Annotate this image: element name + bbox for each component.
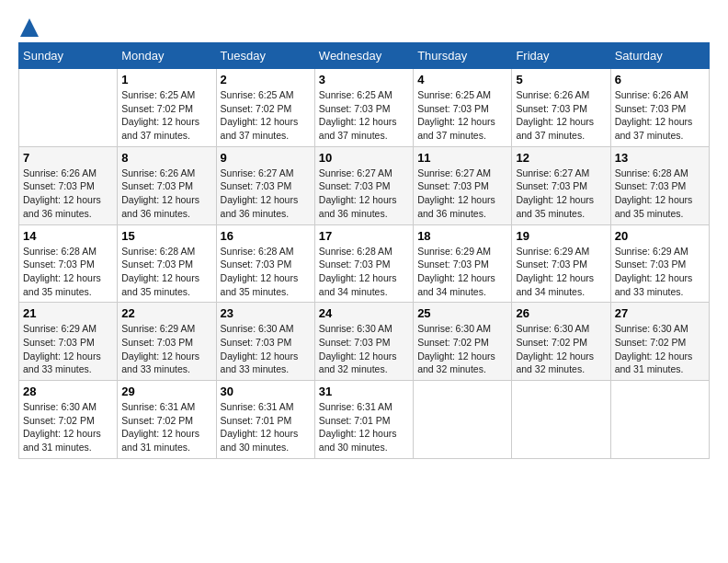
day-info: Sunrise: 6:25 AMSunset: 7:03 PMDaylight:…	[319, 88, 409, 143]
week-row-3: 14Sunrise: 6:28 AMSunset: 7:03 PMDayligh…	[19, 224, 710, 303]
day-info: Sunrise: 6:28 AMSunset: 7:03 PMDaylight:…	[221, 245, 311, 299]
calendar-cell: 9Sunrise: 6:27 AMSunset: 7:03 PMDaylight…	[216, 146, 314, 224]
day-info: Sunrise: 6:29 AMSunset: 7:03 PMDaylight:…	[121, 322, 211, 376]
day-number: 6	[615, 73, 705, 86]
logo-icon	[20, 18, 39, 37]
calendar-cell: 11Sunrise: 6:27 AMSunset: 7:03 PMDayligh…	[414, 146, 512, 224]
calendar-cell: 7Sunrise: 6:26 AMSunset: 7:03 PMDaylight…	[19, 146, 118, 224]
calendar-cell	[512, 381, 610, 459]
day-number: 4	[417, 73, 507, 86]
day-header-thursday: Thursday	[414, 43, 512, 69]
day-info: Sunrise: 6:30 AMSunset: 7:03 PMDaylight:…	[319, 322, 409, 376]
calendar-cell: 10Sunrise: 6:27 AMSunset: 7:03 PMDayligh…	[314, 146, 413, 224]
day-info: Sunrise: 6:27 AMSunset: 7:03 PMDaylight:…	[516, 167, 606, 221]
calendar-cell: 14Sunrise: 6:28 AMSunset: 7:03 PMDayligh…	[19, 224, 118, 303]
calendar-cell: 16Sunrise: 6:28 AMSunset: 7:03 PMDayligh…	[216, 224, 314, 303]
day-info: Sunrise: 6:30 AMSunset: 7:02 PMDaylight:…	[417, 322, 507, 376]
calendar-cell: 3Sunrise: 6:25 AMSunset: 7:03 PMDaylight…	[314, 69, 413, 147]
day-number: 8	[121, 151, 211, 165]
day-number: 27	[615, 306, 705, 320]
calendar-cell: 31Sunrise: 6:31 AMSunset: 7:01 PMDayligh…	[314, 381, 413, 459]
day-info: Sunrise: 6:29 AMSunset: 7:03 PMDaylight:…	[23, 322, 113, 376]
calendar-cell: 8Sunrise: 6:26 AMSunset: 7:03 PMDaylight…	[118, 146, 216, 224]
day-info: Sunrise: 6:26 AMSunset: 7:03 PMDaylight:…	[23, 167, 113, 221]
day-number: 28	[23, 385, 113, 398]
calendar-cell: 27Sunrise: 6:30 AMSunset: 7:02 PMDayligh…	[610, 303, 709, 381]
day-number: 19	[516, 229, 606, 243]
day-info: Sunrise: 6:31 AMSunset: 7:01 PMDaylight:…	[319, 400, 409, 454]
day-number: 2	[221, 73, 311, 86]
day-info: Sunrise: 6:26 AMSunset: 7:03 PMDaylight:…	[121, 167, 211, 221]
calendar-cell: 13Sunrise: 6:28 AMSunset: 7:03 PMDayligh…	[610, 146, 709, 224]
day-info: Sunrise: 6:25 AMSunset: 7:02 PMDaylight:…	[121, 88, 211, 143]
day-info: Sunrise: 6:30 AMSunset: 7:02 PMDaylight:…	[615, 322, 705, 376]
day-number: 12	[516, 151, 606, 165]
day-header-friday: Friday	[512, 43, 610, 69]
calendar-cell: 1Sunrise: 6:25 AMSunset: 7:02 PMDaylight…	[118, 69, 216, 147]
day-info: Sunrise: 6:27 AMSunset: 7:03 PMDaylight:…	[417, 167, 507, 221]
day-number: 29	[121, 385, 211, 398]
day-info: Sunrise: 6:25 AMSunset: 7:02 PMDaylight:…	[221, 88, 311, 143]
day-header-monday: Monday	[118, 43, 216, 69]
day-info: Sunrise: 6:30 AMSunset: 7:02 PMDaylight:…	[23, 400, 113, 454]
page-header	[18, 18, 710, 33]
header-row: SundayMondayTuesdayWednesdayThursdayFrid…	[19, 43, 710, 69]
day-number: 22	[121, 306, 211, 320]
day-number: 14	[23, 229, 113, 243]
day-number: 26	[516, 306, 606, 320]
day-info: Sunrise: 6:30 AMSunset: 7:02 PMDaylight:…	[516, 322, 606, 376]
calendar-cell: 23Sunrise: 6:30 AMSunset: 7:03 PMDayligh…	[216, 303, 314, 381]
calendar-cell: 15Sunrise: 6:28 AMSunset: 7:03 PMDayligh…	[118, 224, 216, 303]
calendar-table: SundayMondayTuesdayWednesdayThursdayFrid…	[18, 42, 710, 459]
calendar-cell: 18Sunrise: 6:29 AMSunset: 7:03 PMDayligh…	[414, 224, 512, 303]
calendar-cell: 24Sunrise: 6:30 AMSunset: 7:03 PMDayligh…	[314, 303, 413, 381]
calendar-cell	[414, 381, 512, 459]
week-row-5: 28Sunrise: 6:30 AMSunset: 7:02 PMDayligh…	[19, 381, 710, 459]
calendar-cell: 25Sunrise: 6:30 AMSunset: 7:02 PMDayligh…	[414, 303, 512, 381]
day-number: 1	[121, 73, 211, 86]
day-number: 15	[121, 229, 211, 243]
calendar-cell: 30Sunrise: 6:31 AMSunset: 7:01 PMDayligh…	[216, 381, 314, 459]
calendar-cell: 26Sunrise: 6:30 AMSunset: 7:02 PMDayligh…	[512, 303, 610, 381]
day-info: Sunrise: 6:29 AMSunset: 7:03 PMDaylight:…	[417, 245, 507, 299]
day-number: 23	[221, 306, 311, 320]
day-number: 5	[516, 73, 606, 86]
day-number: 7	[23, 151, 113, 165]
day-number: 20	[615, 229, 705, 243]
calendar-cell: 22Sunrise: 6:29 AMSunset: 7:03 PMDayligh…	[118, 303, 216, 381]
day-info: Sunrise: 6:27 AMSunset: 7:03 PMDaylight:…	[221, 167, 311, 221]
day-number: 13	[615, 151, 705, 165]
day-header-tuesday: Tuesday	[216, 43, 314, 69]
calendar-cell	[610, 381, 709, 459]
day-header-sunday: Sunday	[19, 43, 118, 69]
day-number: 21	[23, 306, 113, 320]
logo	[18, 18, 39, 33]
calendar-cell: 17Sunrise: 6:28 AMSunset: 7:03 PMDayligh…	[314, 224, 413, 303]
day-info: Sunrise: 6:28 AMSunset: 7:03 PMDaylight:…	[23, 245, 113, 299]
week-row-2: 7Sunrise: 6:26 AMSunset: 7:03 PMDaylight…	[19, 146, 710, 224]
calendar-cell: 5Sunrise: 6:26 AMSunset: 7:03 PMDaylight…	[512, 69, 610, 147]
day-number: 24	[319, 306, 409, 320]
week-row-4: 21Sunrise: 6:29 AMSunset: 7:03 PMDayligh…	[19, 303, 710, 381]
day-number: 16	[221, 229, 311, 243]
day-info: Sunrise: 6:28 AMSunset: 7:03 PMDaylight:…	[319, 245, 409, 299]
day-info: Sunrise: 6:26 AMSunset: 7:03 PMDaylight:…	[516, 88, 606, 143]
day-number: 11	[417, 151, 507, 165]
day-info: Sunrise: 6:30 AMSunset: 7:03 PMDaylight:…	[221, 322, 311, 376]
calendar-cell: 19Sunrise: 6:29 AMSunset: 7:03 PMDayligh…	[512, 224, 610, 303]
day-number: 30	[221, 385, 311, 398]
calendar-cell: 21Sunrise: 6:29 AMSunset: 7:03 PMDayligh…	[19, 303, 118, 381]
calendar-cell: 2Sunrise: 6:25 AMSunset: 7:02 PMDaylight…	[216, 69, 314, 147]
day-info: Sunrise: 6:26 AMSunset: 7:03 PMDaylight:…	[615, 88, 705, 143]
week-row-1: 1Sunrise: 6:25 AMSunset: 7:02 PMDaylight…	[19, 69, 710, 147]
day-header-wednesday: Wednesday	[314, 43, 413, 69]
calendar-cell: 20Sunrise: 6:29 AMSunset: 7:03 PMDayligh…	[610, 224, 709, 303]
day-number: 10	[319, 151, 409, 165]
day-number: 25	[417, 306, 507, 320]
calendar-cell: 29Sunrise: 6:31 AMSunset: 7:02 PMDayligh…	[118, 381, 216, 459]
calendar-cell: 28Sunrise: 6:30 AMSunset: 7:02 PMDayligh…	[19, 381, 118, 459]
day-number: 31	[319, 385, 409, 398]
calendar-cell: 12Sunrise: 6:27 AMSunset: 7:03 PMDayligh…	[512, 146, 610, 224]
calendar-cell	[19, 69, 118, 147]
day-number: 3	[319, 73, 409, 86]
